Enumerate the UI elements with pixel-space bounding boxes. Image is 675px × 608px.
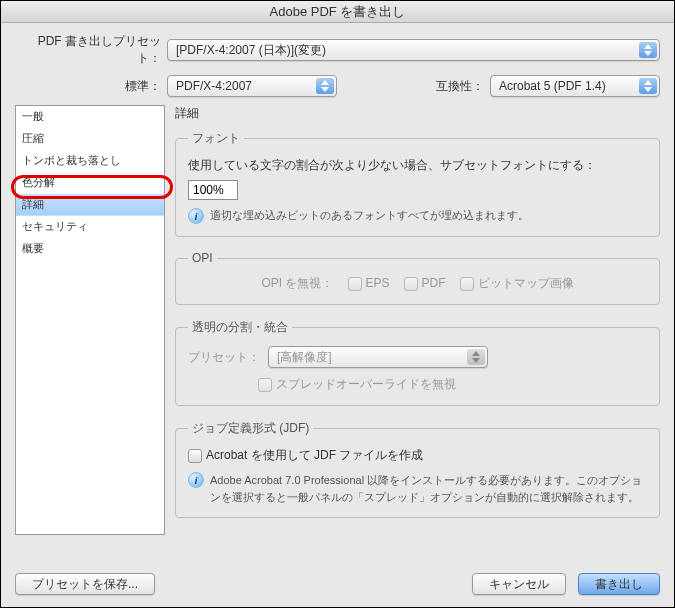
subset-label: 使用している文字の割合が次より少ない場合、サブセットフォントにする：	[188, 157, 596, 174]
compat-label: 互換性：	[436, 78, 484, 95]
transparency-legend: 透明の分割・統合	[188, 319, 292, 336]
fonts-group: フォント 使用している文字の割合が次より少ない場合、サブセットフォントにする： …	[175, 130, 660, 237]
window-title: Adobe PDF を書き出し	[1, 1, 674, 23]
fonts-info-text: 適切な埋め込みビットのあるフォントすべてが埋め込まれます。	[210, 208, 529, 223]
jdf-info-text: Adobe Acrobat 7.0 Professional 以降をインストール…	[210, 472, 647, 505]
chevron-updown-icon	[639, 78, 657, 94]
compat-value: Acrobat 5 (PDF 1.4)	[499, 79, 606, 93]
info-icon: i	[188, 208, 204, 224]
chevron-updown-icon	[316, 78, 334, 94]
standard-value: PDF/X-4:2007	[176, 79, 252, 93]
sidebar-item-output[interactable]: 色分解	[16, 172, 164, 194]
jdf-legend: ジョブ定義形式 (JDF)	[188, 420, 313, 437]
compat-dropdown[interactable]: Acrobat 5 (PDF 1.4)	[490, 75, 660, 97]
preset-dropdown[interactable]: [PDF/X-4:2007 (日本)](変更)	[167, 39, 660, 61]
section-title: 詳細	[175, 105, 660, 122]
trans-preset-label: プリセット：	[188, 349, 260, 366]
trans-preset-dropdown: [高解像度]	[268, 346, 488, 368]
sidebar-item-marks[interactable]: トンボと裁ち落とし	[16, 150, 164, 172]
trans-preset-value: [高解像度]	[277, 349, 332, 366]
sidebar-item-general[interactable]: 一般	[16, 106, 164, 128]
opi-group: OPI OPI を無視： EPS PDF ビットマップ画像	[175, 251, 660, 305]
sidebar-item-compression[interactable]: 圧縮	[16, 128, 164, 150]
save-preset-button[interactable]: プリセットを保存...	[15, 573, 155, 595]
opi-pdf-checkbox: PDF	[404, 276, 446, 291]
fonts-legend: フォント	[188, 130, 244, 147]
chevron-updown-icon	[467, 349, 485, 365]
transparency-group: 透明の分割・統合 プリセット： [高解像度] スプレッドオーバーライドを無視	[175, 319, 660, 406]
opi-eps-checkbox: EPS	[348, 276, 390, 291]
jdf-group: ジョブ定義形式 (JDF) Acrobat を使用して JDF ファイルを作成 …	[175, 420, 660, 518]
opi-ignore-label: OPI を無視：	[261, 275, 333, 292]
category-sidebar: 一般 圧縮 トンボと裁ち落とし 色分解 詳細 セキュリティ 概要	[15, 105, 165, 535]
opi-bitmap-checkbox: ビットマップ画像	[460, 275, 574, 292]
export-button[interactable]: 書き出し	[578, 573, 660, 595]
jdf-create-checkbox[interactable]: Acrobat を使用して JDF ファイルを作成	[188, 448, 423, 462]
preset-label: PDF 書き出しプリセット：	[15, 33, 161, 67]
subset-percent-input[interactable]	[188, 180, 238, 200]
opi-legend: OPI	[188, 251, 217, 265]
sidebar-item-advanced[interactable]: 詳細	[16, 194, 164, 216]
standard-dropdown[interactable]: PDF/X-4:2007	[167, 75, 337, 97]
info-icon: i	[188, 472, 204, 488]
sidebar-item-security[interactable]: セキュリティ	[16, 216, 164, 238]
preset-value: [PDF/X-4:2007 (日本)](変更)	[176, 42, 326, 59]
chevron-updown-icon	[639, 42, 657, 58]
cancel-button[interactable]: キャンセル	[472, 573, 566, 595]
sidebar-item-summary[interactable]: 概要	[16, 238, 164, 260]
trans-override-checkbox: スプレッドオーバーライドを無視	[258, 377, 456, 391]
standard-label: 標準：	[15, 78, 161, 95]
